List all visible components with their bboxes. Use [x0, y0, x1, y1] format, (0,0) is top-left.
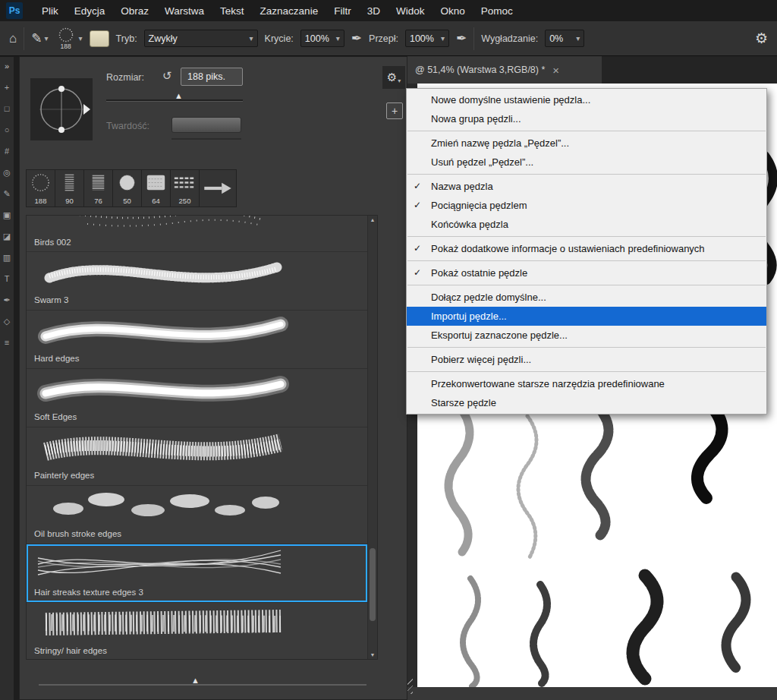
- menu-item[interactable]: Eksportuj zaznaczone pędzle...: [407, 326, 766, 345]
- options-bar: ⌂ ✎ ▾ 188 ▾ Tryb: Zwykły ▾ Krycie: 100% …: [0, 21, 777, 56]
- recent-brush-arrow[interactable]: [200, 170, 236, 207]
- preview-size-slider-thumb[interactable]: ▲: [191, 676, 200, 685]
- menu-item[interactable]: Nowa grupa pędzli...: [407, 109, 766, 128]
- panel-menu-button[interactable]: ⚙ ▾: [382, 66, 405, 89]
- brush-preset-picker[interactable]: 188 ▾: [55, 27, 83, 50]
- recent-brush[interactable]: 188: [27, 170, 55, 207]
- airbrush-icon[interactable]: ✒: [456, 30, 467, 46]
- move-tool-icon[interactable]: +: [5, 84, 9, 92]
- scroll-down-icon[interactable]: ▼: [368, 652, 377, 657]
- lasso-tool-icon[interactable]: ○: [5, 126, 10, 134]
- flow-select[interactable]: 100% ▾: [405, 30, 449, 47]
- brush-stroke-thumbnail: [27, 486, 367, 526]
- smoothing-label: Wygładzanie:: [481, 33, 538, 44]
- hardness-label: Twardość:: [106, 121, 149, 131]
- shape-tool-icon[interactable]: ◇: [4, 317, 10, 326]
- menu-plik[interactable]: Plik: [42, 5, 58, 17]
- recent-brush[interactable]: 76: [84, 170, 113, 207]
- menu-item[interactable]: ✓Pociągnięcia pędzlem: [407, 196, 766, 215]
- brush-stroke-thumbnail: [27, 216, 367, 235]
- marquee-tool-icon[interactable]: □: [5, 105, 10, 113]
- brush-list-item[interactable]: Soft Edges: [27, 369, 367, 427]
- preview-size-slider[interactable]: [39, 684, 366, 686]
- menu-item-import-brushes[interactable]: Importuj pędzle...: [407, 307, 766, 326]
- type-tool-icon[interactable]: T: [5, 275, 10, 283]
- menu-obraz[interactable]: Obraz: [121, 5, 149, 17]
- chevron-down-icon: ▾: [441, 34, 445, 43]
- menu-item[interactable]: ✓Pokaż dodatkowe informacje o ustawienia…: [407, 239, 766, 258]
- recent-brush[interactable]: 50: [113, 170, 142, 207]
- menu-tekst[interactable]: Tekst: [220, 5, 244, 17]
- pen-tool-icon[interactable]: ✒: [3, 296, 10, 304]
- separator: [407, 236, 766, 237]
- airbrush-opacity-pressure-icon[interactable]: ✒: [351, 30, 362, 46]
- menu-item[interactable]: Zmień nazwę pędzla „Pędzel”...: [407, 134, 766, 153]
- menu-item[interactable]: Pobierz więcej pędzli...: [407, 350, 766, 369]
- brush-angle-control[interactable]: [30, 78, 93, 140]
- brush-tip-icon: [113, 170, 141, 197]
- brush-name: Swarm 3: [27, 292, 367, 309]
- menu-item[interactable]: ✓Pokaż ostatnie pędzle: [407, 263, 766, 282]
- size-input[interactable]: 188 piks.: [181, 68, 243, 86]
- size-label: Rozmiar:: [106, 72, 144, 83]
- hand-tool-icon[interactable]: ≡: [5, 339, 9, 347]
- recent-brush[interactable]: 250: [171, 170, 200, 207]
- menu-pomoc[interactable]: Pomoc: [481, 5, 513, 17]
- brush-list-item[interactable]: Painterly edges: [27, 427, 367, 486]
- document-tab[interactable]: @ 51,4% (Warstwa 3,RGB/8) * ×: [407, 56, 602, 84]
- scrollbar-thumb[interactable]: [370, 548, 376, 621]
- new-brush-button[interactable]: +: [386, 102, 403, 119]
- menu-okno[interactable]: Okno: [440, 5, 464, 17]
- active-tool-button[interactable]: ✎ ▾: [31, 30, 48, 46]
- mode-value: Zwykły: [149, 33, 178, 44]
- menu-item[interactable]: ✓Nazwa pędzla: [407, 177, 766, 196]
- menu-widok[interactable]: Widok: [396, 5, 425, 17]
- expand-panels-icon[interactable]: »: [5, 61, 9, 71]
- menu-warstwa[interactable]: Warstwa: [165, 5, 204, 17]
- menu-3d[interactable]: 3D: [367, 5, 380, 17]
- size-slider-thumb[interactable]: ▲: [175, 91, 183, 100]
- menu-item[interactable]: Końcówka pędzla: [407, 215, 766, 234]
- menu-item[interactable]: Starsze pędzle: [407, 393, 766, 412]
- scroll-up-icon[interactable]: ▲: [368, 217, 377, 222]
- home-icon[interactable]: ⌂: [9, 31, 17, 46]
- reset-size-icon[interactable]: ↺: [162, 69, 172, 83]
- stamp-tool-icon[interactable]: ▣: [3, 211, 11, 219]
- crop-tool-icon[interactable]: #: [5, 147, 9, 156]
- smoothing-select[interactable]: 0% ▾: [545, 30, 584, 47]
- eyedropper-tool-icon[interactable]: ◎: [3, 169, 11, 177]
- gear-icon: ⚙: [387, 71, 397, 84]
- menu-zaznaczanie[interactable]: Zaznaczanie: [260, 5, 319, 17]
- recent-brush[interactable]: 90: [55, 170, 84, 207]
- brush-list-scrollbar[interactable]: ▲ ▼: [367, 216, 377, 659]
- separator: [407, 371, 766, 372]
- brush-list-item[interactable]: Oil brush stroke edges: [27, 486, 367, 544]
- opacity-select[interactable]: 100% ▾: [300, 30, 344, 47]
- brush-tool-icon[interactable]: ✎: [3, 190, 10, 198]
- menu-filtr[interactable]: Filtr: [334, 5, 351, 17]
- brush-list-item[interactable]: Stringy/ hair edges: [27, 603, 367, 660]
- tools-strip: » + □ ○ # ◎ ✎ ▣ ◪ ▥ T ✒ ◇ ≡: [0, 57, 14, 700]
- close-icon[interactable]: ×: [552, 64, 559, 77]
- menu-item[interactable]: Dołącz pędzle domyślne...: [407, 288, 766, 307]
- separator: [407, 347, 766, 348]
- gradient-tool-icon[interactable]: ▥: [3, 254, 11, 262]
- chevron-down-icon: ▾: [576, 34, 580, 43]
- eraser-tool-icon[interactable]: ◪: [3, 232, 11, 241]
- brush-list-item[interactable]: Hard edges: [27, 311, 367, 369]
- gear-icon[interactable]: ⚙: [755, 30, 768, 47]
- menu-item[interactable]: Usuń pędzel „Pędzel”...: [407, 153, 766, 172]
- photoshop-logo: Ps: [6, 2, 23, 19]
- brush-stroke-thumbnail: [27, 311, 367, 351]
- brush-list-item[interactable]: Swarm 3: [27, 252, 367, 311]
- flow-label: Przepł:: [369, 33, 398, 44]
- mode-select[interactable]: Zwykły ▾: [144, 30, 258, 47]
- menu-item[interactable]: Nowe domyślne ustawienie pędzla...: [407, 90, 766, 109]
- check-icon: ✓: [414, 196, 429, 215]
- brush-list-item[interactable]: Birds 002: [27, 216, 367, 252]
- menu-edycja[interactable]: Edycja: [74, 5, 105, 17]
- recent-brush[interactable]: 64: [142, 170, 171, 207]
- brush-settings-panel-toggle-icon[interactable]: [90, 30, 109, 47]
- menu-item[interactable]: Przekonwertowane starsze narzędzia prede…: [407, 374, 766, 393]
- brush-list-item-selected[interactable]: Hair streaks texture edges 3: [27, 544, 367, 603]
